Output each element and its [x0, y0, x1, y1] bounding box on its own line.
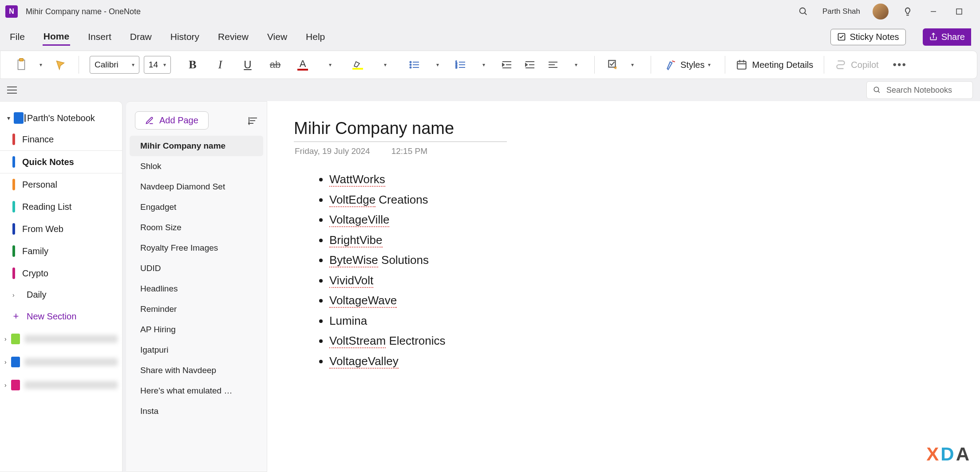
tags-dropdown[interactable]: ▾	[625, 56, 640, 74]
menu-review[interactable]: Review	[217, 29, 249, 45]
watermark: XDA	[926, 444, 971, 465]
page-item[interactable]: Share with Navdeep	[130, 360, 263, 381]
menu-help[interactable]: Help	[305, 29, 326, 45]
menu-insert[interactable]: Insert	[87, 29, 112, 45]
font-color-button[interactable]: A	[295, 56, 310, 74]
menu-home[interactable]: Home	[43, 28, 70, 46]
styles-button[interactable]: Styles ▾	[662, 59, 714, 71]
bullets-dropdown[interactable]: ▾	[430, 56, 445, 74]
notebook-collapsed[interactable]: ›	[0, 374, 122, 397]
list-item[interactable]: ByteWise Solutions	[329, 250, 980, 271]
bullets-button[interactable]	[407, 56, 422, 74]
list-item[interactable]: VoltageVille	[329, 210, 980, 230]
list-item[interactable]: VoltageWave	[329, 291, 980, 311]
page-item[interactable]: Shlok	[130, 156, 263, 177]
new-section-button[interactable]: + New Section	[0, 305, 122, 327]
meeting-details-button[interactable]: Meeting Details	[736, 59, 813, 71]
page-item[interactable]: Royalty Free Images	[130, 238, 263, 258]
format-painter-button[interactable]	[53, 56, 68, 74]
menu-draw[interactable]: Draw	[129, 29, 153, 45]
font-name-select[interactable]: Calibri▾	[90, 56, 139, 74]
ribbon-overflow-button[interactable]: •••	[893, 59, 907, 71]
chevron-right-icon: ›	[4, 358, 7, 366]
notebook-collapsed[interactable]: ›	[0, 350, 122, 374]
notebook-header[interactable]: ▾ Parth's Notebook	[0, 108, 122, 128]
spellcheck-word: VividVolt	[329, 274, 373, 288]
page-title[interactable]: Mihir Company name	[294, 119, 507, 142]
bold-button[interactable]: B	[185, 56, 200, 74]
page-item[interactable]: Reminder	[130, 299, 263, 319]
page-item[interactable]: Room Size	[130, 217, 263, 238]
window-title: Mihir Company name - OneNote	[26, 7, 141, 16]
note-canvas[interactable]: Mihir Company name Friday, 19 July 2024 …	[267, 101, 980, 472]
section-personal[interactable]: Personal	[0, 173, 122, 196]
paste-button[interactable]	[14, 56, 29, 74]
page-item[interactable]: Here's what emulated …	[130, 381, 263, 401]
page-item[interactable]: UDID	[130, 258, 263, 279]
paste-dropdown[interactable]: ▾	[33, 56, 48, 74]
section-label: Finance	[22, 134, 54, 145]
page-item[interactable]: Igatpuri	[130, 340, 263, 360]
user-name[interactable]: Parth Shah	[822, 7, 860, 16]
note-bullet-list[interactable]: WattWorksVoltEdge CreationsVoltageVilleB…	[294, 169, 980, 371]
page-item[interactable]: Engadget	[130, 197, 263, 217]
numbering-button[interactable]: 123	[453, 56, 468, 74]
menu-history[interactable]: History	[170, 29, 200, 45]
list-item[interactable]: WattWorks	[329, 169, 980, 190]
italic-button[interactable]: I	[213, 56, 228, 74]
font-size-select[interactable]: 14▾	[144, 56, 171, 74]
avatar[interactable]	[873, 4, 889, 20]
highlight-button[interactable]	[350, 56, 365, 74]
section-from-web[interactable]: From Web	[0, 218, 122, 240]
minimize-button[interactable]	[927, 5, 940, 18]
spellcheck-word: WattWorks	[329, 173, 385, 187]
page-item[interactable]: AP Hiring	[130, 319, 263, 340]
search-icon[interactable]	[797, 5, 810, 18]
strikethrough-button[interactable]: ab	[268, 56, 283, 74]
sort-pages-button[interactable]	[248, 116, 258, 125]
svg-point-7	[410, 62, 411, 63]
maximize-button[interactable]	[952, 5, 966, 18]
search-notebooks-input[interactable]: Search Notebooks	[866, 81, 973, 99]
section-reading-list[interactable]: Reading List	[0, 196, 122, 218]
add-page-button[interactable]: Add Page	[135, 111, 209, 130]
list-item[interactable]: VoltEdge Creations	[329, 190, 980, 210]
underline-button[interactable]: U	[240, 56, 255, 74]
page-item[interactable]: Insta	[130, 401, 263, 421]
list-item[interactable]: VoltStream Electronics	[329, 331, 980, 351]
notebook-collapsed[interactable]: ›	[0, 327, 122, 350]
page-item[interactable]: Navdeep Diamond Set	[130, 177, 263, 197]
search-placeholder: Search Notebooks	[886, 86, 952, 95]
page-item[interactable]: Headlines	[130, 279, 263, 299]
list-item[interactable]: Lumina	[329, 311, 980, 331]
highlight-dropdown[interactable]: ▾	[378, 56, 393, 74]
sticky-notes-button[interactable]: Sticky Notes	[830, 29, 905, 45]
menu-view[interactable]: View	[266, 29, 288, 45]
align-button[interactable]	[545, 56, 561, 74]
plus-icon: +	[12, 311, 20, 322]
align-dropdown[interactable]: ▾	[569, 56, 584, 74]
list-item[interactable]: BrightVibe	[329, 230, 980, 251]
section-daily[interactable]: › Daily	[0, 284, 122, 305]
text: Solutions	[378, 253, 429, 267]
indent-button[interactable]	[522, 56, 537, 74]
list-item[interactable]: VoltageValley	[329, 351, 980, 372]
section-crypto[interactable]: Crypto	[0, 262, 122, 284]
section-quick-notes[interactable]: Quick Notes	[0, 150, 122, 173]
font-color-dropdown[interactable]: ▾	[323, 56, 338, 74]
share-button[interactable]: Share	[923, 28, 971, 46]
tags-button[interactable]	[605, 56, 620, 74]
page-item[interactable]: Mihir Company name	[130, 136, 263, 156]
menu-file[interactable]: File	[9, 29, 26, 45]
copilot-label: Copilot	[851, 60, 878, 70]
outdent-button[interactable]	[499, 56, 514, 74]
chevron-right-icon: ›	[4, 382, 7, 389]
lightbulb-icon[interactable]	[901, 5, 914, 18]
notebook-icon	[14, 112, 24, 124]
section-family[interactable]: Family	[0, 240, 122, 262]
numbering-dropdown[interactable]: ▾	[476, 56, 491, 74]
svg-rect-28	[609, 60, 615, 67]
nav-toggle-icon[interactable]	[7, 86, 17, 94]
list-item[interactable]: VividVolt	[329, 271, 980, 291]
section-finance[interactable]: Finance	[0, 128, 122, 150]
